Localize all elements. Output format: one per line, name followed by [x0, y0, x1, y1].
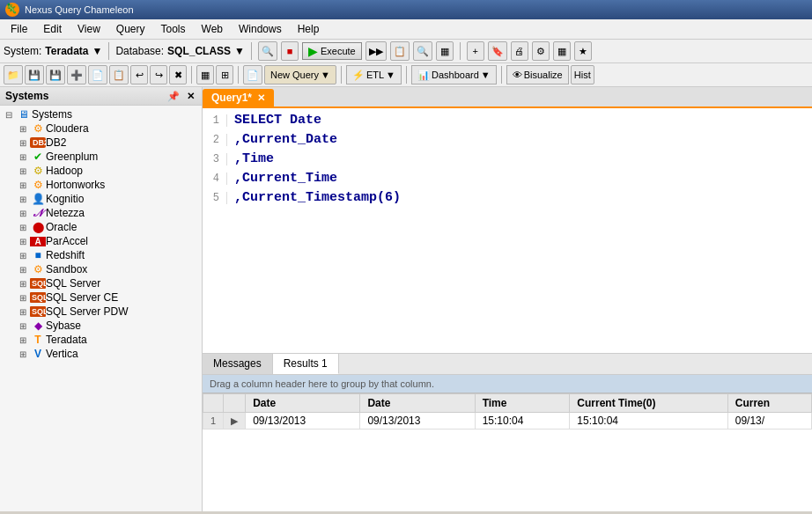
- tree-label-paraccel: ParAccel: [46, 235, 88, 247]
- tb2-sep4: [406, 66, 407, 84]
- bisualize-button[interactable]: 👁 Bisualize: [506, 65, 569, 84]
- menu-help[interactable]: Help: [291, 21, 327, 37]
- dashboard-button[interactable]: 📊 Dashboard ▼: [411, 65, 497, 84]
- add-btn[interactable]: +: [467, 41, 484, 61]
- tree-item-sybase[interactable]: ⊞ ◆ Sybase: [0, 319, 202, 333]
- etl-button[interactable]: ⚡ ETL ▼: [346, 65, 402, 84]
- etl-dropdown-icon[interactable]: ▼: [386, 70, 395, 80]
- col-header-current[interactable]: Curren: [727, 394, 811, 413]
- grid3-btn[interactable]: ▦: [196, 65, 214, 84]
- tree-label-teradata: Teradata: [46, 334, 87, 346]
- execute-button[interactable]: ▶ Execute: [302, 42, 362, 60]
- paste-btn[interactable]: 📋: [109, 65, 129, 84]
- code-text-5: ,Current_Timestamp(6): [234, 190, 401, 205]
- sidebar-title: Systems: [5, 90, 48, 102]
- menu-edit[interactable]: Edit: [36, 21, 69, 37]
- cell-date1: 09/13/2013: [246, 413, 360, 430]
- toolbar-stop-btn[interactable]: ■: [281, 41, 299, 61]
- tree-item-teradata[interactable]: ⊞ T Teradata: [0, 333, 202, 347]
- expand-icon: ⊞: [16, 223, 30, 232]
- results-content: Drag a column header here to group by th…: [203, 375, 812, 511]
- doc-btn[interactable]: 📄: [243, 65, 262, 84]
- tree-item-vertica[interactable]: ⊞ V Vertica: [0, 347, 202, 361]
- menu-file[interactable]: File: [4, 21, 34, 37]
- new-query-dropdown-icon[interactable]: ▼: [321, 70, 330, 80]
- col-header-time[interactable]: Time: [475, 394, 570, 413]
- eraser-btn[interactable]: ✖: [169, 65, 187, 84]
- database-label: Database:: [115, 45, 164, 57]
- find-btn[interactable]: 🔍: [413, 41, 432, 61]
- sidebar-header: Systems 📌 ✕: [0, 87, 202, 106]
- menu-query[interactable]: Query: [109, 21, 152, 37]
- line-num-5: 5: [203, 192, 227, 204]
- open-btn[interactable]: 📁: [4, 65, 23, 84]
- tb2-sep3: [341, 66, 342, 84]
- tree-label-sybase: Sybase: [46, 319, 81, 332]
- sqlserver-ce-icon: SQL: [30, 292, 46, 303]
- code-text-1: SELECT Date: [234, 113, 321, 128]
- tree-item-netezza[interactable]: ⊞ 𝒩 Netezza: [0, 206, 202, 220]
- tree-item-sandbox[interactable]: ⊞ ⚙ Sandbox: [0, 262, 202, 276]
- toolbar1: System: Teradata ▼ Database: SQL_CLASS ▼…: [0, 40, 812, 63]
- tree-item-hortonworks[interactable]: ⊞ ⚙ Hortonworks: [0, 178, 202, 192]
- editor-area[interactable]: 1 SELECT Date 2 ,Current_Date 3 ,Time 4 …: [203, 108, 812, 353]
- messages-tab[interactable]: Messages: [203, 354, 273, 374]
- col-header-date1[interactable]: Date: [246, 394, 360, 413]
- tree-item-cloudera[interactable]: ⊞ ⚙ Cloudera: [0, 121, 202, 136]
- col-header-current-time[interactable]: Current Time(0): [570, 394, 727, 413]
- database-dropdown-icon[interactable]: ▼: [234, 45, 245, 57]
- tree-item-oracle[interactable]: ⊞ ⬤ Oracle: [0, 220, 202, 234]
- query1-tab-close[interactable]: ✕: [257, 92, 265, 104]
- tree-item-systems[interactable]: ⊟ 🖥 Systems: [0, 107, 202, 121]
- dashboard-dropdown-icon[interactable]: ▼: [481, 70, 491, 80]
- grid2-btn[interactable]: ▦: [553, 41, 571, 61]
- menu-view[interactable]: View: [70, 21, 107, 37]
- add2-btn[interactable]: ➕: [67, 65, 86, 84]
- tree-item-kognitio[interactable]: ⊞ 👤 Kognitio: [0, 192, 202, 206]
- tree-item-paraccel[interactable]: ⊞ A ParAccel: [0, 234, 202, 248]
- sidebar-close-btn[interactable]: ✕: [185, 91, 196, 102]
- redo-btn[interactable]: ↪: [150, 65, 167, 84]
- tree-item-hadoop[interactable]: ⊞ ⚙ Hadoop: [0, 164, 202, 178]
- tree-item-sqlserver-ce[interactable]: ⊞ SQL SQL Server CE: [0, 290, 202, 305]
- copy2-btn[interactable]: 📄: [88, 65, 107, 84]
- table-btn[interactable]: ⊞: [216, 65, 233, 84]
- step-btn[interactable]: ▶▶: [365, 41, 387, 61]
- tree-label-redshift: Redshift: [46, 249, 85, 261]
- expand-icon: ⊞: [16, 349, 30, 359]
- menu-web[interactable]: Web: [195, 21, 230, 37]
- systems-icon: 🖥: [16, 108, 32, 121]
- undo-btn[interactable]: ↩: [130, 65, 148, 84]
- save2-btn[interactable]: 💾: [46, 65, 65, 84]
- code-line-4: 4 ,Current_Time: [203, 170, 812, 189]
- print-btn[interactable]: 🖨: [511, 41, 528, 61]
- tree-item-db2[interactable]: ⊞ DB2 DB2: [0, 136, 202, 150]
- tree-label-sqlserver: SQL Server: [46, 277, 100, 290]
- system-dropdown-icon[interactable]: ▼: [92, 45, 102, 57]
- execute-label: Execute: [321, 46, 356, 56]
- new-query-button[interactable]: New Query ▼: [264, 65, 336, 84]
- settings-btn[interactable]: ⚙: [532, 41, 550, 61]
- hist-button[interactable]: Hist: [571, 65, 594, 84]
- toolbar-search-btn[interactable]: 🔍: [258, 41, 277, 61]
- results1-tab[interactable]: Results 1: [273, 354, 339, 374]
- expand-icon: ⊞: [16, 335, 30, 345]
- bookmark-btn[interactable]: 🔖: [488, 41, 507, 61]
- query1-tab[interactable]: Query1* ✕: [203, 89, 274, 106]
- tree-item-redshift[interactable]: ⊞ ■ Redshift: [0, 248, 202, 262]
- copy-btn[interactable]: 📋: [390, 41, 410, 61]
- menu-tools[interactable]: Tools: [154, 21, 193, 37]
- grid-btn[interactable]: ▦: [436, 41, 454, 61]
- tree-item-sqlserver[interactable]: ⊞ SQL SQL Server: [0, 276, 202, 290]
- tree-item-sqlserver-pdw[interactable]: ⊞ SQL SQL Server PDW: [0, 305, 202, 319]
- menu-windows[interactable]: Windows: [232, 21, 289, 37]
- db2-icon: DB2: [30, 137, 46, 148]
- expand-icon: ⊞: [16, 293, 30, 303]
- star-btn[interactable]: ★: [574, 41, 592, 61]
- tree-item-greenplum[interactable]: ⊞ ✔ Greenplum: [0, 150, 202, 164]
- sidebar-pin-btn[interactable]: 📌: [166, 91, 181, 102]
- col-header-date2[interactable]: Date: [360, 394, 475, 413]
- save-btn[interactable]: 💾: [25, 65, 44, 84]
- separator1: [108, 42, 109, 60]
- cell-current: 09/13/: [727, 413, 811, 430]
